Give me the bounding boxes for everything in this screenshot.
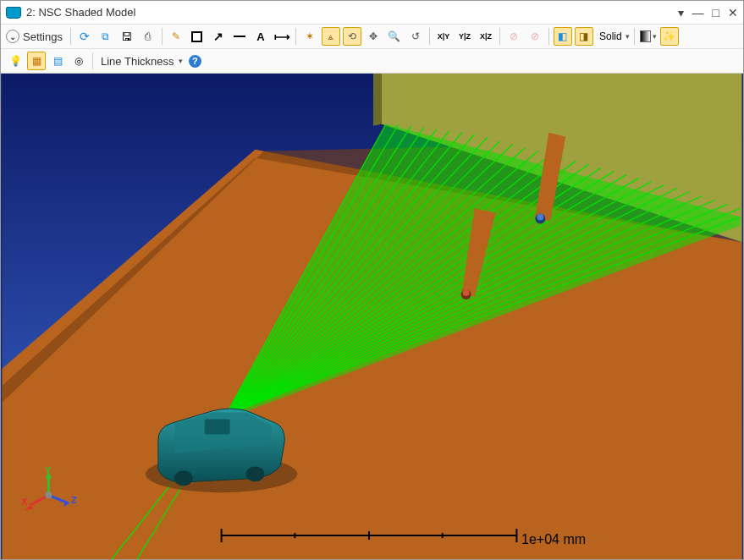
pan-icon: ✥ — [369, 30, 378, 42]
svg-point-33 — [246, 466, 265, 481]
orbit-icon: ⟁ — [328, 30, 333, 42]
print-icon: ⎙ — [145, 30, 151, 42]
window-title: 2: NSC Shaded Model — [26, 6, 678, 19]
chevron-down-icon: ▾ — [179, 57, 183, 65]
wand-icon: ✨ — [663, 30, 675, 42]
help-icon: ? — [189, 55, 201, 68]
svg-rect-34 — [205, 420, 230, 435]
xy-icon: X|Y — [438, 32, 450, 41]
titlebar: 2: NSC Shaded Model ▾ — □ ✕ — [1, 1, 743, 25]
view-xy-button[interactable]: X|Y — [434, 27, 453, 46]
axis-triad-button[interactable]: ✶ — [300, 27, 319, 46]
zoom-icon: 🔍 — [388, 30, 400, 42]
panel-icon: ▤ — [53, 55, 63, 67]
maximize-button[interactable]: □ — [713, 6, 719, 19]
grid-button[interactable]: ▦ — [27, 52, 46, 70]
settings-label: Settings — [19, 30, 66, 43]
window-buttons: ▾ — □ ✕ — [678, 6, 738, 19]
cube2-icon: ◨ — [579, 30, 588, 42]
gradient-button[interactable]: ▾ — [639, 27, 658, 46]
line-button[interactable] — [230, 27, 249, 46]
separator — [499, 28, 500, 45]
viewport-3d[interactable]: X Y Z 1e+04 mm — [1, 74, 743, 559]
separator — [70, 28, 71, 45]
minimize-button[interactable]: — — [692, 6, 704, 19]
close-button[interactable]: ✕ — [728, 6, 738, 19]
refresh-icon: ⟳ — [80, 30, 90, 43]
obstacle-sphere-1-hl — [463, 289, 470, 296]
yz-icon: Y|Z — [459, 32, 471, 41]
separator — [429, 28, 430, 45]
xz-icon: X|Z — [480, 32, 492, 41]
target-button[interactable]: ◎ — [69, 52, 88, 70]
copy-icon: ⧉ — [102, 30, 109, 42]
print-button[interactable]: ⎙ — [139, 27, 157, 46]
line-thickness-label: Line Thickness — [97, 55, 177, 68]
separator — [92, 52, 93, 69]
toolbar-main: ⌄ Settings ⟳ ⧉ 🖫 ⎙ ✎ ↗ A ⟼ ✶ ⟁ ⟲ ✥ 🔍 ↺ X… — [1, 25, 743, 49]
separator — [162, 28, 163, 45]
arrow-button[interactable]: ↗ — [209, 27, 228, 46]
pencil-button[interactable]: ✎ — [167, 27, 185, 46]
view-yz-button[interactable]: Y|Z — [455, 27, 474, 46]
obstacle-sphere-2-hl — [537, 213, 543, 220]
render-mode-dropdown[interactable]: Solid ▾ — [596, 30, 630, 42]
gradient-icon — [640, 30, 651, 42]
undo-icon: ↺ — [411, 30, 420, 42]
settings-dropdown[interactable]: ⌄ Settings — [6, 30, 66, 43]
chevron-down-icon: ▾ — [653, 32, 657, 41]
no-entry2-icon: ⊘ — [531, 30, 539, 42]
cube-wire-button[interactable]: ◨ — [575, 27, 593, 46]
save-icon: 🖫 — [121, 30, 132, 43]
reset-view-button[interactable]: ↺ — [406, 27, 425, 46]
axis-z-label: Z — [71, 495, 77, 505]
dimension-button[interactable]: ⟼ — [273, 27, 291, 46]
pan-button[interactable]: ✥ — [364, 27, 383, 46]
rotate-icon: ⟲ — [348, 30, 356, 42]
separator — [295, 28, 296, 45]
highlight-button[interactable]: ✨ — [660, 27, 679, 46]
axis-y-label: Y — [45, 465, 51, 475]
dock-button[interactable]: ▾ — [678, 6, 684, 19]
refresh-button[interactable]: ⟳ — [75, 27, 94, 46]
light-button[interactable]: 💡 — [6, 52, 25, 70]
panel-button[interactable]: ▤ — [48, 52, 67, 70]
save-image-button[interactable]: 🖫 — [118, 27, 136, 46]
zoom-button[interactable]: 🔍 — [385, 27, 404, 46]
chevron-down-icon: ⌄ — [6, 30, 19, 43]
toolbar-secondary: 💡 ▦ ▤ ◎ Line Thickness ▾ ? — [1, 49, 743, 74]
app-window: 2: NSC Shaded Model ▾ — □ ✕ ⌄ Settings ⟳… — [0, 0, 744, 560]
rectangle-icon — [191, 31, 202, 42]
svg-point-47 — [45, 491, 52, 498]
copy-button[interactable]: ⧉ — [96, 27, 115, 46]
render-mode-label: Solid — [596, 30, 624, 42]
svg-point-32 — [174, 470, 193, 486]
axis-x-label: X — [21, 497, 27, 507]
no-entry2-button: ⊘ — [526, 27, 544, 46]
cube-shaded-button[interactable]: ◧ — [554, 27, 572, 46]
grid-icon: ▦ — [32, 55, 41, 67]
scene-svg — [1, 74, 743, 559]
line-icon — [234, 36, 245, 37]
chevron-down-icon: ▾ — [626, 32, 630, 41]
pencil-icon: ✎ — [172, 30, 180, 42]
app-icon — [6, 7, 21, 19]
target-icon: ◎ — [74, 55, 83, 67]
text-icon: A — [256, 30, 264, 43]
bulb-icon: 💡 — [9, 55, 22, 67]
separator — [634, 28, 635, 45]
orbit-button[interactable]: ⟁ — [322, 27, 340, 46]
rectangle-button[interactable] — [188, 27, 207, 46]
arrow-icon: ↗ — [213, 30, 223, 43]
view-xz-button[interactable]: X|Z — [477, 27, 495, 46]
wall-edge — [373, 74, 382, 126]
help-button[interactable]: ? — [185, 52, 204, 70]
no-entry-icon: ⊘ — [510, 30, 518, 42]
cube-icon: ◧ — [558, 30, 567, 42]
separator — [548, 28, 549, 45]
text-button[interactable]: A — [251, 27, 270, 46]
scale-label: 1e+04 mm — [521, 532, 586, 547]
no-entry-button: ⊘ — [504, 27, 523, 46]
line-thickness-dropdown[interactable]: Line Thickness ▾ — [97, 55, 183, 68]
rotate-button[interactable]: ⟲ — [343, 27, 361, 46]
